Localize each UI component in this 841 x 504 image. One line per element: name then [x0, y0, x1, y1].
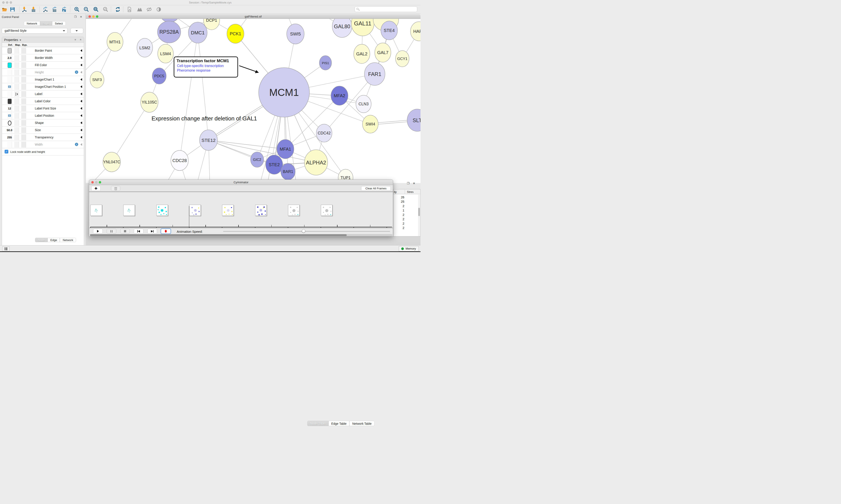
property-row-image-chart-position-1[interactable]: Image/Chart Position 1: [2, 83, 84, 90]
frame-thumbnail-5s[interactable]: [255, 205, 267, 216]
network-node-YIL105C[interactable]: YIL105C: [141, 92, 158, 112]
network-canvas[interactable]: DCP1RPS28ADMC1PCK1MTH1LSM2LSM4SNF3PDC5YI…: [86, 19, 420, 183]
network-node-GIC2[interactable]: GIC2: [251, 152, 264, 167]
network-node-PIS1[interactable]: PIS1: [319, 56, 332, 70]
default-value-cell[interactable]: 50.0: [7, 127, 12, 133]
network-node-MTH1[interactable]: MTH1: [107, 32, 123, 51]
mapping-cell[interactable]: [14, 48, 19, 54]
frame-thumbnail-0s[interactable]: [90, 205, 102, 216]
table-scrollbar[interactable]: [418, 195, 420, 236]
property-row-border-paint[interactable]: Border Paint: [2, 47, 84, 54]
network-node-PCK1[interactable]: PCK1: [227, 24, 244, 43]
record-button[interactable]: [161, 229, 171, 234]
network-node-LSM4[interactable]: LSM4: [158, 44, 174, 63]
export-image-icon[interactable]: [61, 6, 68, 13]
node-table[interactable]: ity Stres 2625212222: [393, 189, 420, 236]
tab-network[interactable]: Network: [60, 238, 76, 242]
default-value-cell[interactable]: [7, 91, 12, 97]
timeline[interactable]: 0123456789 Seconds: [89, 193, 393, 227]
bypass-cell[interactable]: [21, 127, 26, 133]
bypass-cell[interactable]: [21, 91, 26, 97]
import-table-icon[interactable]: [30, 6, 37, 13]
refresh-layout-icon[interactable]: [114, 6, 121, 13]
timeline-scrollbar[interactable]: [90, 234, 392, 236]
mapping-cell[interactable]: [14, 62, 19, 68]
memory-button[interactable]: Memory: [399, 246, 419, 251]
property-row-image-chart-1[interactable]: Image/Chart 1: [2, 76, 84, 83]
network-node-MFA1[interactable]: MFA1: [277, 140, 294, 159]
network-node-GAL80[interactable]: GAL80: [332, 19, 352, 37]
network-node-YNL047C[interactable]: YNL047C: [103, 152, 121, 172]
mapping-cell[interactable]: [14, 142, 19, 147]
network-node-CDC42[interactable]: CDC42: [316, 124, 332, 142]
network-node-GAL2[interactable]: GAL2: [354, 44, 370, 64]
bypass-cell[interactable]: [21, 142, 26, 147]
expand-arrow-icon[interactable]: [80, 49, 82, 52]
expand-arrow-icon[interactable]: [80, 64, 82, 66]
cyanimator-titlebar[interactable]: CyAnimator: [89, 180, 393, 185]
network-node-MCM1[interactable]: MCM1: [258, 68, 309, 117]
export-table-icon[interactable]: [51, 6, 58, 13]
task-history-button[interactable]: [2, 247, 10, 251]
expand-arrow-icon[interactable]: [80, 85, 82, 88]
network-node-DMC1[interactable]: DMC1: [189, 22, 207, 43]
skip-start-button[interactable]: [134, 229, 143, 234]
network-node-HAP2[interactable]: HAP2: [410, 22, 420, 41]
annotation-box[interactable]: Transcription factor MCM1 Cell-type-spec…: [174, 56, 238, 77]
default-value-cell[interactable]: [7, 142, 12, 147]
frame-thumbnail-2s[interactable]: [156, 205, 168, 216]
bypass-cell[interactable]: [21, 48, 26, 54]
expand-arrow-icon[interactable]: [80, 136, 82, 139]
panel-window-icons[interactable]: ❐ ✕: [407, 182, 416, 185]
network-node-BAR1[interactable]: BAR1: [281, 163, 295, 180]
expand-arrow-icon[interactable]: [80, 71, 82, 74]
network-window-titlebar[interactable]: galFiltered.sif: [86, 14, 420, 19]
play-button[interactable]: [93, 229, 103, 234]
table-cell[interactable]: 2: [394, 213, 404, 217]
network-node-FAR1[interactable]: FAR1: [364, 62, 385, 85]
default-value-cell[interactable]: 2.0: [7, 55, 12, 61]
lock-size-checkbox[interactable]: ✓: [5, 150, 8, 154]
frame-thumbnail-3s[interactable]: [189, 205, 201, 216]
bypass-cell[interactable]: [21, 62, 26, 68]
property-row-transparency[interactable]: 255Transparency: [2, 134, 84, 141]
annotation-link[interactable]: Cell-type-specific transcription: [177, 64, 235, 68]
default-value-cell[interactable]: [7, 69, 12, 75]
default-value-cell[interactable]: 255: [7, 134, 12, 140]
bypass-cell[interactable]: [21, 84, 26, 90]
mapping-cell[interactable]: [14, 120, 19, 126]
table-cell[interactable]: 25: [394, 200, 404, 203]
network-node-CDC28[interactable]: CDC28: [171, 150, 189, 170]
expand-arrow-icon[interactable]: [80, 93, 82, 95]
network-node-SNF3[interactable]: SNF3: [90, 71, 104, 88]
info-icon[interactable]: i: [75, 143, 78, 146]
delete-frame-button[interactable]: [111, 186, 120, 191]
default-value-cell[interactable]: 12: [7, 106, 12, 111]
mapping-cell[interactable]: [14, 106, 19, 111]
mapping-cell[interactable]: [14, 77, 19, 83]
expand-arrow-icon[interactable]: [80, 114, 82, 117]
collapse-all-icon[interactable]: »: [78, 39, 82, 40]
expand-arrow-icon[interactable]: [80, 107, 82, 110]
bypass-cell[interactable]: [21, 55, 26, 61]
bypass-cell[interactable]: [21, 134, 26, 140]
table-cell[interactable]: 26: [394, 196, 404, 199]
property-row-height[interactable]: Heighti: [2, 69, 84, 76]
playhead[interactable]: [189, 206, 190, 227]
mapping-cell[interactable]: [14, 127, 19, 133]
tab-edge[interactable]: Edge: [48, 238, 60, 242]
bypass-cell[interactable]: [21, 113, 26, 119]
mapping-cell[interactable]: [14, 98, 19, 104]
zoom-fit-icon[interactable]: [93, 6, 99, 13]
property-row-shape[interactable]: Shape: [2, 119, 84, 127]
default-value-cell[interactable]: [7, 120, 12, 126]
default-value-cell[interactable]: [7, 113, 12, 119]
add-frame-button[interactable]: ✚: [91, 186, 101, 191]
table-cell[interactable]: 2: [394, 217, 404, 221]
properties-header[interactable]: Properties » »: [2, 37, 84, 43]
default-value-cell[interactable]: [7, 77, 12, 83]
bypass-cell[interactable]: [21, 106, 26, 111]
tab-style[interactable]: Style: [40, 21, 52, 25]
info-icon[interactable]: i: [75, 71, 78, 74]
panel-window-icons[interactable]: ❐ ✕: [74, 15, 84, 18]
